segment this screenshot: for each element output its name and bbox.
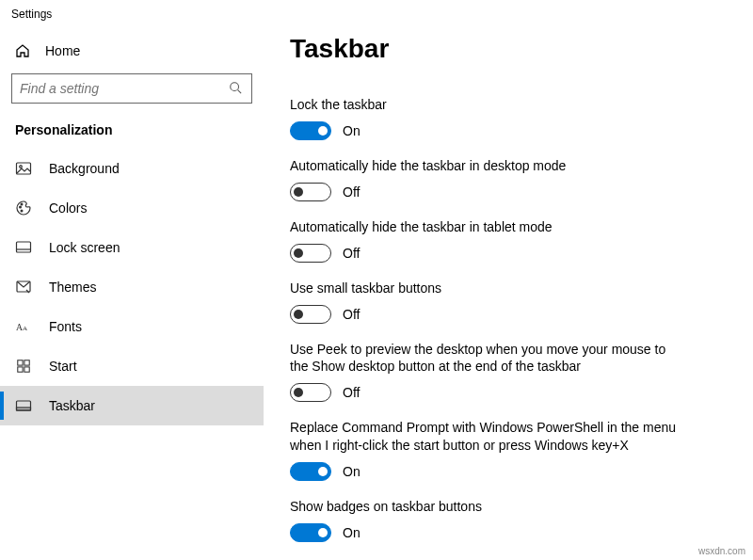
fonts-icon: AA xyxy=(15,318,32,335)
main-panel: Taskbar Lock the taskbarOnAutomatically … xyxy=(264,26,753,560)
sidebar-item-lock-screen[interactable]: Lock screen xyxy=(0,228,264,267)
setting-label: Show badges on taskbar buttons xyxy=(290,498,685,516)
watermark: wsxdn.com xyxy=(698,546,745,556)
sidebar-item-label: Colors xyxy=(49,200,87,216)
sidebar-item-start[interactable]: Start xyxy=(0,346,264,386)
setting-label: Replace Command Prompt with Windows Powe… xyxy=(290,419,685,455)
picture-icon xyxy=(15,160,32,177)
toggle-state-label: Off xyxy=(343,184,360,200)
setting-label: Automatically hide the taskbar in tablet… xyxy=(290,218,685,236)
setting-block: Automatically hide the taskbar in deskto… xyxy=(290,157,727,201)
toggle-row: Off xyxy=(290,305,727,324)
svg-point-3 xyxy=(20,206,22,208)
svg-rect-10 xyxy=(18,360,23,365)
toggle-switch[interactable] xyxy=(290,523,331,542)
toggle-state-label: On xyxy=(343,123,360,138)
setting-block: Automatically hide the taskbar in tablet… xyxy=(290,218,727,263)
start-icon xyxy=(15,358,32,375)
toggle-switch[interactable] xyxy=(290,121,331,140)
search-wrap xyxy=(0,68,264,117)
svg-rect-13 xyxy=(24,367,29,372)
home-label: Home xyxy=(45,43,80,58)
svg-point-2 xyxy=(20,166,23,168)
svg-text:A: A xyxy=(23,325,28,332)
toggle-knob xyxy=(294,310,303,319)
toggle-state-label: Off xyxy=(343,385,360,400)
toggle-switch[interactable] xyxy=(290,305,331,324)
toggle-row: On xyxy=(290,121,727,140)
setting-label: Automatically hide the taskbar in deskto… xyxy=(290,157,685,175)
toggle-state-label: On xyxy=(343,525,360,540)
toggle-switch[interactable] xyxy=(290,462,331,481)
search-input[interactable] xyxy=(20,81,229,96)
setting-block: Use Peek to preview the desktop when you… xyxy=(290,341,727,403)
sidebar-item-background[interactable]: Background xyxy=(0,149,264,188)
sidebar-item-label: Lock screen xyxy=(49,240,120,255)
sidebar-item-label: Fonts xyxy=(49,319,82,334)
settings-list: Lock the taskbarOnAutomatically hide the… xyxy=(290,96,727,542)
toggle-knob xyxy=(294,248,303,258)
home-icon xyxy=(15,43,30,58)
sidebar: Home Personalization Backgrou xyxy=(0,26,264,560)
search-box[interactable] xyxy=(11,73,252,104)
svg-rect-6 xyxy=(17,242,31,252)
toggle-switch[interactable] xyxy=(290,244,331,263)
svg-rect-12 xyxy=(18,367,23,372)
toggle-row: On xyxy=(290,462,727,481)
themes-icon xyxy=(15,279,32,296)
sidebar-item-themes[interactable]: Themes xyxy=(0,267,264,307)
setting-label: Use Peek to preview the desktop when you… xyxy=(290,341,685,376)
toggle-row: On xyxy=(290,523,727,542)
taskbar-icon xyxy=(15,397,32,414)
sidebar-item-taskbar[interactable]: Taskbar xyxy=(0,386,264,425)
setting-block: Replace Command Prompt with Windows Powe… xyxy=(290,419,727,481)
home-nav[interactable]: Home xyxy=(0,34,264,68)
toggle-knob xyxy=(318,528,328,537)
toggle-switch[interactable] xyxy=(290,383,331,402)
sidebar-item-label: Themes xyxy=(49,280,97,295)
svg-rect-15 xyxy=(17,408,31,410)
svg-rect-11 xyxy=(24,360,29,365)
toggle-row: Off xyxy=(290,383,727,402)
toggle-state-label: Off xyxy=(343,307,360,322)
lock-screen-icon xyxy=(15,239,32,256)
svg-rect-1 xyxy=(17,163,31,174)
nav-list: Background Colors Lock screen xyxy=(0,149,264,425)
setting-block: Show badges on taskbar buttonsOn xyxy=(290,498,727,542)
setting-label: Use small taskbar buttons xyxy=(290,280,685,297)
svg-point-0 xyxy=(231,83,239,91)
svg-point-5 xyxy=(21,210,23,212)
toggle-knob xyxy=(294,187,303,197)
sidebar-item-colors[interactable]: Colors xyxy=(0,188,264,228)
setting-block: Lock the taskbarOn xyxy=(290,96,727,140)
toggle-knob xyxy=(294,388,303,397)
setting-block: Use small taskbar buttonsOff xyxy=(290,280,727,324)
toggle-state-label: Off xyxy=(343,246,360,261)
toggle-row: Off xyxy=(290,183,727,201)
toggle-knob xyxy=(318,467,328,476)
toggle-state-label: On xyxy=(343,464,360,479)
svg-text:A: A xyxy=(16,322,23,332)
sidebar-item-label: Taskbar xyxy=(49,398,95,413)
setting-label: Lock the taskbar xyxy=(290,96,685,114)
palette-icon xyxy=(15,200,32,216)
sidebar-item-label: Start xyxy=(49,359,77,374)
toggle-row: Off xyxy=(290,244,727,263)
sidebar-item-label: Background xyxy=(49,161,120,176)
category-label: Personalization xyxy=(0,117,264,149)
toggle-switch[interactable] xyxy=(290,183,331,201)
toggle-knob xyxy=(318,126,328,136)
content-area: Home Personalization Backgrou xyxy=(0,26,753,560)
window-title: Settings xyxy=(0,0,753,26)
svg-point-4 xyxy=(21,203,23,205)
page-title: Taskbar xyxy=(290,34,727,64)
search-icon xyxy=(229,81,244,96)
sidebar-item-fonts[interactable]: AA Fonts xyxy=(0,307,264,346)
